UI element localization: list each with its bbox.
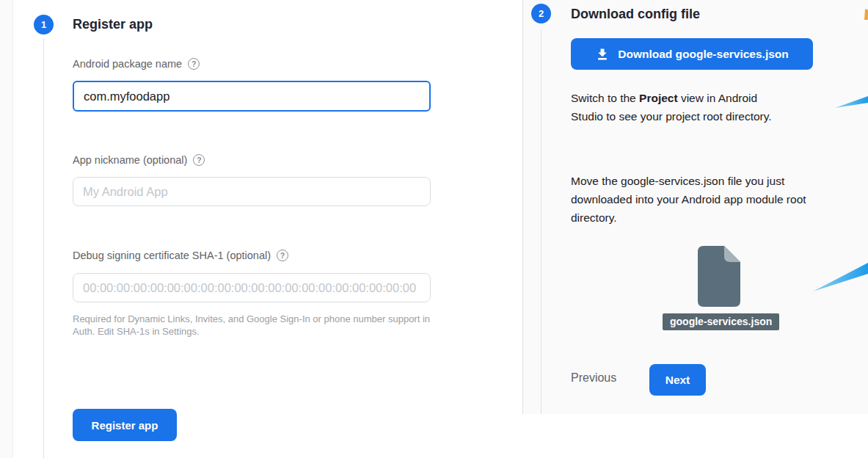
project-bold-word: Project: [639, 92, 678, 104]
step1-number: 1: [41, 19, 46, 30]
app-nickname-input[interactable]: [73, 177, 431, 206]
package-name-label: Android package name ?: [73, 58, 200, 70]
sha1-label: Debug signing certificate SHA-1 (optiona…: [73, 250, 288, 261]
step1-connector-line: [43, 38, 44, 458]
package-name-input[interactable]: [73, 81, 431, 112]
download-config-button[interactable]: Download google-services.json: [571, 38, 813, 70]
app-nickname-label: App nickname (optional) ?: [73, 154, 205, 166]
next-button[interactable]: Next: [649, 364, 706, 396]
step1-number-badge: 1: [34, 15, 54, 34]
sha1-help-icon[interactable]: ?: [277, 250, 288, 261]
sha1-helper-text: Required for Dynamic Links, Invites, and…: [73, 313, 487, 338]
step2-number: 2: [539, 8, 544, 19]
package-name-help-icon[interactable]: ?: [188, 58, 200, 70]
step1-title: Register app: [73, 17, 153, 32]
download-config-label: Download google-services.json: [618, 48, 789, 61]
register-app-button[interactable]: Register app: [73, 409, 177, 441]
download-icon: [595, 47, 610, 62]
sha1-input[interactable]: [73, 273, 431, 302]
step2-number-badge: 2: [531, 4, 551, 23]
step2-connector-line: [541, 29, 541, 414]
switch-project-text: Switch to the Project view in Android St…: [571, 89, 824, 126]
step2-title: Download config file: [571, 7, 700, 22]
left-gutter: [0, 0, 13, 458]
previous-button[interactable]: Previous: [571, 371, 616, 385]
app-nickname-help-icon[interactable]: ?: [193, 154, 205, 166]
firebase-add-app-wizard: 1 Register app Android package name ? Ap…: [0, 0, 868, 458]
json-file-badge: google-services.json: [663, 313, 779, 330]
move-file-text: Move the google-services.json file you j…: [571, 172, 835, 227]
